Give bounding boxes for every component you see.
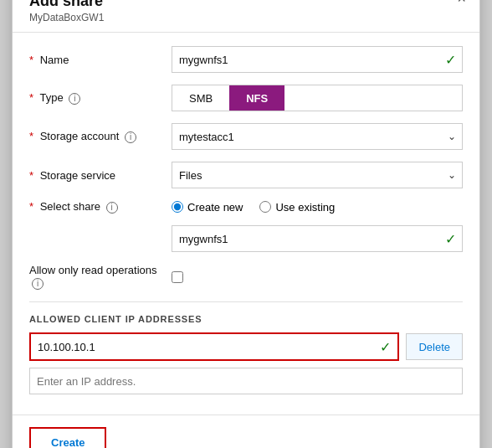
type-label: * Type i	[29, 91, 172, 105]
ip-entry-row: ✓ Delete	[29, 332, 463, 361]
name-row: * Name ✓	[29, 46, 463, 73]
smb-button[interactable]: SMB	[172, 85, 229, 111]
allow-read-control	[172, 271, 183, 283]
share-name-wrapper: ✓	[172, 225, 463, 252]
required-star-share: *	[29, 200, 33, 213]
create-button[interactable]: Create	[29, 427, 106, 448]
type-toggle: SMB NFS	[172, 85, 463, 111]
dialog-header: Add share MyDataBoxGW1 ×	[13, 0, 479, 33]
type-info-icon[interactable]: i	[69, 93, 80, 105]
use-existing-label: Use existing	[275, 201, 335, 214]
storage-account-info-icon[interactable]: i	[125, 131, 136, 143]
close-button[interactable]: ×	[457, 0, 466, 6]
name-input[interactable]	[172, 46, 463, 73]
allow-read-info-icon[interactable]: i	[32, 278, 44, 290]
ip-input[interactable]	[31, 334, 397, 359]
dialog-footer: Create	[13, 415, 479, 448]
storage-account-label: * Storage account i	[29, 130, 172, 143]
name-valid-icon: ✓	[445, 52, 456, 68]
name-label: * Name	[29, 54, 172, 66]
share-name-row: ✓	[29, 225, 463, 252]
type-control: SMB NFS	[172, 85, 463, 111]
storage-service-control: Files ⌄	[172, 162, 463, 188]
storage-account-row: * Storage account i mytestacc1 ⌄	[29, 123, 463, 150]
select-share-info-icon[interactable]: i	[106, 202, 118, 214]
create-new-radio[interactable]	[172, 201, 183, 213]
dialog-title: Add share	[29, 0, 463, 10]
ip-input-wrapper: ✓	[29, 332, 399, 361]
allow-read-row: Allow only read operations i	[29, 264, 463, 290]
storage-account-control: mytestacc1 ⌄	[172, 123, 463, 150]
storage-account-select-wrapper: mytestacc1 ⌄	[172, 123, 463, 150]
share-name-valid-icon: ✓	[445, 231, 456, 247]
ip-placeholder-row	[29, 368, 463, 394]
allow-read-label: Allow only read operations i	[29, 264, 172, 290]
storage-service-label: * Storage service	[29, 169, 172, 182]
select-share-label: * Select share i	[29, 200, 172, 214]
required-star-sa: *	[29, 130, 33, 142]
add-share-dialog: Add share MyDataBoxGW1 × * Name ✓ * Type…	[12, 0, 480, 448]
allow-read-checkbox[interactable]	[172, 271, 183, 283]
create-new-radio-label[interactable]: Create new	[172, 201, 243, 214]
name-control: ✓	[172, 46, 463, 73]
storage-account-select[interactable]: mytestacc1	[172, 123, 463, 150]
nfs-button[interactable]: NFS	[229, 85, 284, 111]
use-existing-radio-label[interactable]: Use existing	[259, 201, 335, 214]
share-name-input[interactable]	[172, 225, 463, 252]
storage-service-select[interactable]: Files	[172, 162, 463, 188]
use-existing-radio[interactable]	[259, 201, 271, 213]
required-star-ss: *	[29, 169, 33, 182]
dialog-subtitle: MyDataBoxGW1	[29, 12, 463, 23]
ip-placeholder-input[interactable]	[29, 368, 463, 394]
required-star: *	[29, 54, 33, 66]
select-share-row: * Select share i Create new Use existing	[29, 200, 463, 214]
type-row: * Type i SMB NFS	[29, 85, 463, 111]
dialog-body: * Name ✓ * Type i SMB NFS	[13, 33, 479, 415]
select-share-radio-group: Create new Use existing	[172, 201, 463, 214]
storage-service-row: * Storage service Files ⌄	[29, 162, 463, 188]
select-share-control: Create new Use existing	[172, 201, 463, 214]
section-divider	[29, 301, 463, 302]
ip-valid-icon: ✓	[380, 339, 391, 355]
ip-section-heading: ALLOWED CLIENT IP ADDRESSES	[29, 314, 463, 324]
delete-button[interactable]: Delete	[406, 333, 463, 360]
create-new-label: Create new	[187, 201, 243, 214]
required-star-type: *	[29, 91, 33, 104]
storage-service-select-wrapper: Files ⌄	[172, 162, 463, 188]
